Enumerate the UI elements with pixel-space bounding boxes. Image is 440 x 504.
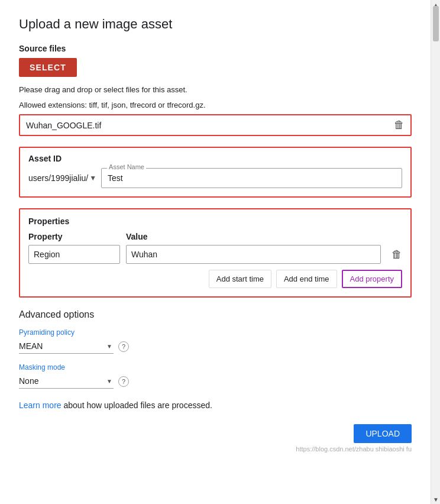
hint-line1: Please drag and drop or select files for…	[19, 84, 412, 96]
pyramiding-select[interactable]: MEAN MODE MIN MAX SAMPLE	[19, 339, 114, 354]
learn-more-link[interactable]: Learn more	[19, 400, 62, 410]
add-property-button[interactable]: Add property	[342, 270, 402, 288]
file-row: Wuhan_GOOGLE.tif 🗑	[19, 114, 412, 136]
masking-field: Masking mode None MASK FOOTPRINT ?	[19, 363, 412, 389]
asset-name-field: Asset Name	[101, 168, 402, 188]
file-name: Wuhan_GOOGLE.tif	[26, 121, 389, 130]
add-end-time-button[interactable]: Add end time	[276, 270, 337, 288]
pyramiding-field: Pyramiding policy MEAN MODE MIN MAX SAMP…	[19, 328, 412, 354]
property-value-input[interactable]	[126, 245, 381, 264]
select-button[interactable]: SELECT	[19, 58, 77, 77]
asset-path-dropdown-icon[interactable]: ▼	[89, 174, 96, 182]
scrollbar[interactable]: ▲ ▼	[431, 0, 440, 504]
learn-more-section: Learn more about how uploaded files are …	[19, 400, 412, 410]
asset-name-label: Asset Name	[107, 163, 146, 170]
property-row: 🗑	[28, 245, 402, 264]
page-title: Upload a new image asset	[19, 17, 412, 32]
asset-path[interactable]: users/1999jialiu/ ▼	[28, 173, 96, 183]
masking-help-icon[interactable]: ?	[118, 376, 129, 387]
asset-name-input[interactable]	[101, 168, 402, 188]
value-col-header: Value	[126, 232, 148, 241]
scrollbar-down-arrow[interactable]: ▼	[431, 495, 440, 504]
hint-line2: Allowed extensions: tiff, tif, json, tfr…	[19, 99, 412, 111]
pyramiding-dropdown-wrapper[interactable]: MEAN MODE MIN MAX SAMPLE	[19, 339, 114, 354]
pyramiding-label: Pyramiding policy	[19, 328, 412, 337]
masking-select[interactable]: None MASK FOOTPRINT	[19, 374, 114, 389]
pyramiding-help-icon[interactable]: ?	[118, 341, 129, 352]
source-files-label: Source files	[19, 44, 412, 53]
scrollbar-thumb[interactable]	[433, 6, 439, 41]
masking-dropdown-wrapper[interactable]: None MASK FOOTPRINT	[19, 374, 114, 389]
advanced-title: Advanced options	[19, 309, 412, 320]
properties-title: Properties	[28, 217, 402, 226]
watermark: https://blog.csdn.net/zhabu shibiaoshi f…	[19, 445, 412, 453]
properties-section: Properties Property Value 🗑 Add start ti…	[19, 208, 412, 298]
add-start-time-button[interactable]: Add start time	[209, 270, 271, 288]
asset-path-text: users/1999jialiu/	[28, 173, 88, 183]
asset-id-section: Asset ID users/1999jialiu/ ▼ Asset Name	[19, 147, 412, 198]
upload-button[interactable]: UPLOAD	[354, 424, 412, 443]
property-name-input[interactable]	[28, 245, 120, 264]
property-col-header: Property	[28, 232, 120, 241]
asset-id-label: Asset ID	[28, 154, 402, 163]
footer-text: about how uploaded files are processed.	[62, 400, 212, 410]
delete-file-icon[interactable]: 🗑	[394, 119, 405, 131]
masking-label: Masking mode	[19, 363, 412, 371]
delete-property-icon[interactable]: 🗑	[392, 248, 402, 261]
advanced-section: Advanced options Pyramiding policy MEAN …	[19, 309, 412, 389]
